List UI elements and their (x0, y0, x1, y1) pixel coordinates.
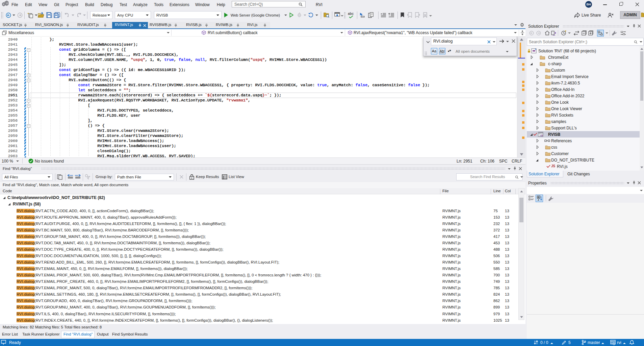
svg-text:A: A (538, 196, 539, 198)
svg-text:Z: Z (538, 199, 539, 201)
svg-text:$: $ (541, 134, 542, 137)
